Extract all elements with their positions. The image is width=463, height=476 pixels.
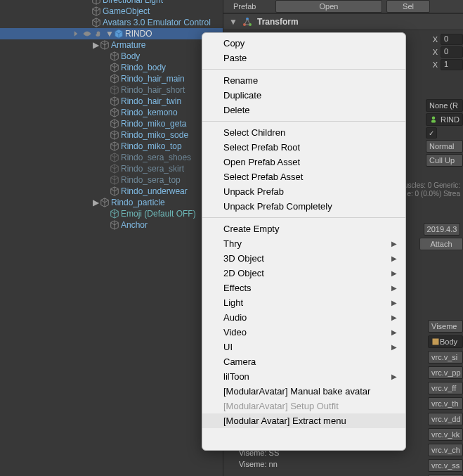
hierarchy-item[interactable]: Rindo_underwear <box>0 186 223 197</box>
stats-line-1: uscles: 0 Generic: <box>404 181 460 189</box>
hierarchy-item[interactable]: Rindo_hair_short <box>0 84 223 96</box>
hierarchy-item-label: Rindo_particle <box>111 197 165 208</box>
submenu-arrow-icon: ▶ <box>391 373 397 380</box>
position-x[interactable]: 0 <box>441 34 463 45</box>
menu-item[interactable]: Select Prefab Root <box>202 140 405 155</box>
menu-item[interactable]: Select Prefab Asset <box>202 169 405 184</box>
menu-item[interactable]: Delete <box>202 103 405 117</box>
chevron-right-icon[interactable] <box>72 30 80 38</box>
viseme-dropdown[interactable]: vrc.v_kk <box>428 428 463 441</box>
hierarchy-item[interactable]: GameObject <box>0 6 223 17</box>
menu-item-label: Audio <box>223 312 247 323</box>
submenu-arrow-icon: ▶ <box>391 269 397 277</box>
menu-item[interactable]: Effects ▶ <box>202 281 405 295</box>
hierarchy-item[interactable]: Rindo_hair_main <box>0 73 223 84</box>
hierarchy-item[interactable]: Directional Light <box>0 0 223 6</box>
foldout-icon[interactable]: ▼ <box>229 18 237 26</box>
viseme-dropdown[interactable]: vrc.v_th <box>428 397 463 410</box>
menu-item[interactable]: Open Prefab Asset <box>202 155 405 169</box>
menu-item-label: Thry <box>223 238 242 249</box>
gameobject-icon <box>110 164 119 174</box>
rotation-x[interactable]: 0 <box>441 46 463 58</box>
viseme-dropdown[interactable]: vrc.v_si <box>428 351 463 364</box>
menu-item-label: Delete <box>223 105 250 115</box>
hierarchy-item[interactable]: Rindo_kemono <box>0 107 223 118</box>
prefab-open-button[interactable]: Open <box>275 0 382 13</box>
avatar-none-field[interactable]: None (R <box>426 99 463 112</box>
hierarchy-item-label: RINDO <box>125 28 152 39</box>
gameobject-icon <box>110 51 119 61</box>
foldout-icon[interactable]: ▶ <box>91 198 100 207</box>
menu-item[interactable]: [ModularAvatar] Manual bake avatar <box>202 384 405 399</box>
menu-item[interactable]: Select Children <box>202 125 405 140</box>
hierarchy-item[interactable]: Rindo_sera_skirt <box>0 163 223 174</box>
transform-header[interactable]: ▼ Transform <box>223 13 463 30</box>
viseme-dropdown[interactable]: vrc.v_dd <box>428 413 463 425</box>
viseme-dropdown[interactable]: vrc.v_ch <box>428 444 463 456</box>
avatar-label: RIND <box>441 115 459 124</box>
hierarchy-item[interactable]: Anchor <box>0 219 223 231</box>
checkbox[interactable]: ✓ <box>426 127 437 139</box>
eye-icon[interactable] <box>83 30 91 38</box>
avatar-rindo-field[interactable]: RIND <box>426 113 463 126</box>
hierarchy-item[interactable]: Rindo_hair_twin <box>0 96 223 107</box>
hierarchy-item-selected[interactable]: ▼ RINDO <box>0 28 223 39</box>
stats-line-2: e: 0 (0.0%) Strea <box>407 190 460 198</box>
gameobject-icon <box>110 209 119 219</box>
body-slot-label: Body <box>440 337 457 346</box>
gameobject-icon <box>110 63 119 72</box>
menu-item[interactable]: Audio ▶ <box>202 310 405 325</box>
menu-item[interactable]: 3D Object ▶ <box>202 251 405 266</box>
hierarchy-item[interactable]: Rindo_sera_top <box>0 174 223 186</box>
hierarchy-item[interactable]: Rindo_miko_sode <box>0 129 223 141</box>
submenu-arrow-icon: ▶ <box>391 240 397 247</box>
gameobject-icon <box>91 18 101 27</box>
hierarchy-item[interactable]: Emoji (Default OFF) <box>0 208 223 219</box>
viseme-dropdown[interactable]: vrc.v_pp <box>428 366 463 379</box>
menu-item[interactable]: Copy <box>202 36 405 51</box>
viseme-dropdown[interactable]: vrc.v_ff <box>428 382 463 394</box>
menu-item[interactable]: Rename <box>202 73 405 88</box>
scale-x[interactable]: 1 <box>441 59 463 70</box>
viseme-dropdown[interactable]: vrc.v_ss <box>428 459 463 472</box>
prefab-icon <box>114 29 124 39</box>
viseme-body-field[interactable]: Body <box>428 335 463 348</box>
foldout-icon[interactable]: ▼ <box>105 30 114 38</box>
unity-version-field[interactable]: 2019.4.3 <box>424 223 460 236</box>
viseme-slots: Viseme Body vrc.v_sivrc.v_ppvrc.v_ffvrc.… <box>428 320 463 476</box>
menu-item-label: UI <box>223 342 233 352</box>
menu-item[interactable]: [Modular Avatar] Extract menu <box>202 413 405 428</box>
menu-item[interactable]: Unpack Prefab Completely <box>202 199 405 214</box>
hierarchy-item[interactable]: Rindo_body <box>0 62 223 73</box>
viseme-dropdown[interactable]: Viseme <box>428 320 463 333</box>
hierarchy-item[interactable]: Avatars 3.0 Emulator Control <box>0 17 223 28</box>
menu-item[interactable]: Thry ▶ <box>202 236 405 251</box>
menu-item[interactable]: Unpack Prefab <box>202 184 405 199</box>
cull-dropdown[interactable]: Cull Up <box>426 154 463 167</box>
hierarchy-item[interactable]: Rindo_miko_geta <box>0 118 223 129</box>
menu-item[interactable]: Video ▶ <box>202 325 405 340</box>
hierarchy-item[interactable]: Rindo_miko_top <box>0 141 223 152</box>
foldout-icon[interactable]: ▶ <box>91 41 100 49</box>
menu-item[interactable]: Create Empty <box>202 221 405 236</box>
prefab-select-button[interactable]: Sel <box>386 0 430 13</box>
menu-item[interactable]: Paste <box>202 51 405 65</box>
menu-item[interactable]: 2D Object ▶ <box>202 266 405 281</box>
menu-item[interactable]: Camera <box>202 354 405 369</box>
submenu-arrow-icon: ▶ <box>391 284 397 292</box>
hierarchy-item[interactable]: ▶ Armature <box>0 39 223 51</box>
hand-icon[interactable] <box>94 30 103 38</box>
menu-item[interactable]: Light ▶ <box>202 295 405 310</box>
normal-dropdown[interactable]: Normal <box>426 140 463 153</box>
hierarchy-item[interactable]: Body <box>0 51 223 62</box>
menu-item-label: Video <box>223 327 247 337</box>
hierarchy-item[interactable]: ▶ Rindo_particle <box>0 197 223 208</box>
hierarchy-item-label: Body <box>121 51 140 62</box>
hierarchy-item[interactable]: Rindo_sera_shoes <box>0 152 223 163</box>
menu-item[interactable]: Duplicate <box>202 88 405 103</box>
hierarchy-item-label: Anchor <box>121 219 148 231</box>
gameobject-icon <box>110 186 119 196</box>
attach-button[interactable]: Attach <box>419 238 463 250</box>
menu-item[interactable]: lilToon ▶ <box>202 369 405 384</box>
menu-item[interactable]: UI ▶ <box>202 340 405 354</box>
